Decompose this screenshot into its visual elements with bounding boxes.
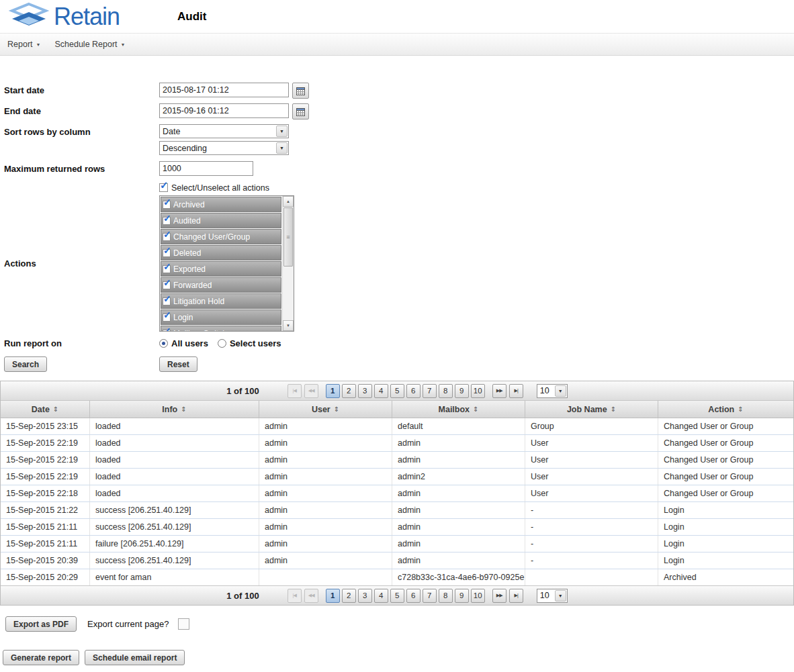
page-number-button[interactable]: 2 <box>342 384 356 398</box>
page-size-select[interactable]: 10 ▼ <box>537 384 568 398</box>
radio-option-select-users[interactable]: Select users <box>218 338 281 348</box>
action-checkbox[interactable]: ✓ <box>163 330 171 332</box>
page-number-button[interactable]: 10 <box>471 589 485 603</box>
app-header: Retain Audit <box>0 0 794 34</box>
start-date-input[interactable] <box>159 83 289 97</box>
select-users-radio[interactable] <box>218 339 226 348</box>
action-list-item[interactable]: ✓ Deleted <box>161 245 281 260</box>
cell-job-name: - <box>525 519 658 535</box>
cell-user: admin <box>259 553 392 569</box>
scroll-up-icon[interactable]: ▲ <box>283 196 294 207</box>
action-checkbox[interactable]: ✓ <box>163 297 171 305</box>
cell-info: loaded <box>90 435 259 451</box>
scrollbar-track[interactable] <box>283 267 294 320</box>
scroll-down-icon[interactable]: ▼ <box>283 320 294 331</box>
first-page-button[interactable]: |◀ <box>288 589 302 603</box>
page-number-button[interactable]: 7 <box>423 384 437 398</box>
first-page-button[interactable]: |◀ <box>288 384 302 398</box>
page-number-button[interactable]: 8 <box>439 384 453 398</box>
action-checkbox[interactable]: ✓ <box>163 233 171 241</box>
action-checkbox[interactable]: ✓ <box>163 281 171 289</box>
action-list-item[interactable]: ✓ Archived <box>161 197 281 212</box>
column-header[interactable]: Job Name ⇕ <box>525 401 658 418</box>
action-list-item[interactable]: ✓ Forwarded <box>161 277 281 293</box>
select-all-actions-checkbox[interactable]: ✓ <box>159 183 168 192</box>
sort-column-select[interactable]: Date ▼ <box>159 124 289 138</box>
page-size-select[interactable]: 10 ▼ <box>537 589 568 603</box>
column-header[interactable]: User ⇕ <box>259 401 392 418</box>
schedule-email-report-button[interactable]: Schedule email report <box>85 650 185 665</box>
scrollbar-thumb[interactable]: ≡ <box>283 207 293 267</box>
page-number-button[interactable]: 3 <box>358 589 372 603</box>
table-row[interactable]: 15-Sep-2015 20:29 event for aman c728b33… <box>1 569 793 585</box>
table-row[interactable]: 15-Sep-2015 22:18 loaded admin admin Use… <box>1 485 793 502</box>
column-header[interactable]: Info ⇕ <box>90 401 259 418</box>
prev-page-button[interactable]: ◀◀ <box>304 589 318 603</box>
sort-icon: ⇕ <box>738 405 743 413</box>
action-checkbox[interactable]: ✓ <box>163 314 171 322</box>
page-number-button[interactable]: 5 <box>390 589 404 603</box>
check-icon: ✓ <box>163 262 171 271</box>
page-number-button[interactable]: 8 <box>439 589 453 603</box>
page-number-button[interactable]: 1 <box>326 589 340 603</box>
action-checkbox[interactable]: ✓ <box>163 201 171 209</box>
page-number-button[interactable]: 4 <box>374 384 388 398</box>
action-list-item[interactable]: ✓ Changed User/Group <box>161 229 281 244</box>
page-number-button[interactable]: 5 <box>390 384 404 398</box>
action-checkbox[interactable]: ✓ <box>163 217 171 225</box>
page-number-button[interactable]: 6 <box>406 384 421 398</box>
action-list-item[interactable]: ✓ Litigation Hold <box>161 293 281 309</box>
actions-scrollbar[interactable]: ▲ ≡ ▼ <box>282 196 294 331</box>
search-button[interactable]: Search <box>4 356 47 372</box>
page-number-button[interactable]: 6 <box>406 589 421 603</box>
last-page-button[interactable]: ▶| <box>509 384 523 398</box>
action-list-item[interactable]: ✓ Exported <box>161 261 281 277</box>
menu-report[interactable]: Report ▼ <box>7 40 40 49</box>
table-row[interactable]: 15-Sep-2015 21:11 failure [206.251.40.12… <box>1 536 793 553</box>
prev-page-button[interactable]: ◀◀ <box>304 384 318 398</box>
action-checkbox[interactable]: ✓ <box>163 265 171 273</box>
max-rows-input[interactable] <box>159 161 253 176</box>
export-pdf-button[interactable]: Export as PDF <box>5 616 77 632</box>
run-report-on-label: Run report on <box>4 338 159 348</box>
action-list-item[interactable]: ✓ Login <box>161 309 281 325</box>
table-row[interactable]: 15-Sep-2015 20:39 success [206.251.40.12… <box>1 553 793 569</box>
retain-logo[interactable]: Retain <box>7 2 120 32</box>
menu-schedule-report[interactable]: Schedule Report ▼ <box>54 40 125 49</box>
cell-info: event for aman <box>90 569 259 585</box>
radio-option-all-users[interactable]: All users <box>159 338 208 348</box>
page-number-button[interactable]: 1 <box>326 384 340 398</box>
page-number-button[interactable]: 7 <box>423 589 437 603</box>
start-date-calendar-button[interactable] <box>292 83 309 99</box>
page-number-button[interactable]: 10 <box>471 384 485 398</box>
action-list-item[interactable]: ✓ Audited <box>161 213 281 228</box>
page-number-button[interactable]: 9 <box>455 384 469 398</box>
end-date-input[interactable] <box>159 103 289 118</box>
action-list-item[interactable]: ✓ Mailbox Switch <box>161 326 281 331</box>
retain-logo-icon <box>7 2 51 32</box>
page-number-button[interactable]: 3 <box>358 384 372 398</box>
column-header[interactable]: Mailbox ⇕ <box>392 401 525 418</box>
table-row[interactable]: 15-Sep-2015 22:19 loaded admin admin Use… <box>1 452 793 469</box>
next-page-button[interactable]: ▶▶ <box>492 384 506 398</box>
last-page-button[interactable]: ▶| <box>509 589 523 603</box>
table-row[interactable]: 15-Sep-2015 22:19 loaded admin admin Use… <box>1 435 793 452</box>
page-number-button[interactable]: 4 <box>374 589 388 603</box>
table-row[interactable]: 15-Sep-2015 23:15 loaded admin default G… <box>1 418 793 435</box>
table-row[interactable]: 15-Sep-2015 21:22 success [206.251.40.12… <box>1 502 793 519</box>
export-current-page-checkbox[interactable] <box>178 618 189 630</box>
generate-report-button[interactable]: Generate report <box>3 650 79 665</box>
select-all-actions-control[interactable]: ✓ Select/Unselect all actions <box>159 183 269 193</box>
column-header[interactable]: Date ⇕ <box>1 401 90 418</box>
table-row[interactable]: 15-Sep-2015 21:11 success [206.251.40.12… <box>1 519 793 536</box>
table-row[interactable]: 15-Sep-2015 22:19 loaded admin admin2 Us… <box>1 469 793 485</box>
end-date-calendar-button[interactable] <box>292 103 309 119</box>
action-checkbox[interactable]: ✓ <box>163 249 171 257</box>
page-number-button[interactable]: 9 <box>455 589 469 603</box>
page-number-button[interactable]: 2 <box>342 589 356 603</box>
reset-button[interactable]: Reset <box>159 356 197 372</box>
sort-direction-select[interactable]: Descending ▼ <box>159 141 289 155</box>
column-header[interactable]: Action ⇕ <box>658 401 793 418</box>
all-users-radio[interactable] <box>159 339 168 348</box>
next-page-button[interactable]: ▶▶ <box>492 589 506 603</box>
